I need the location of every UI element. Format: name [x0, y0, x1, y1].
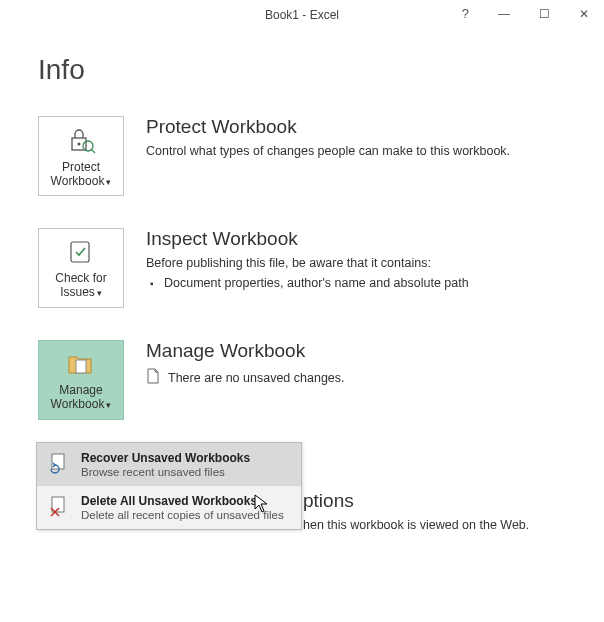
- svg-rect-4: [71, 242, 89, 262]
- lock-icon: [66, 126, 96, 154]
- help-button[interactable]: ?: [462, 6, 469, 21]
- check-icon: [66, 239, 96, 265]
- page-title: Info: [38, 54, 604, 86]
- protect-heading: Protect Workbook: [146, 116, 584, 138]
- maximize-button[interactable]: ☐: [524, 0, 564, 28]
- browser-heading-fragment: ptions: [303, 490, 354, 512]
- recover-title: Recover Unsaved Workbooks: [81, 451, 250, 465]
- chevron-down-icon: ▾: [106, 177, 111, 187]
- check-button-label: Check for Issues▾: [41, 271, 121, 300]
- inspect-desc: Before publishing this file, be aware th…: [146, 256, 584, 270]
- recover-icon: [47, 451, 71, 475]
- protect-workbook-button[interactable]: Protect Workbook▾: [38, 116, 124, 196]
- minimize-button[interactable]: —: [484, 0, 524, 28]
- cursor-icon: [254, 494, 270, 518]
- document-icon: [146, 368, 160, 387]
- chevron-down-icon: ▾: [97, 288, 102, 298]
- manage-heading: Manage Workbook: [146, 340, 584, 362]
- manage-text: Manage Workbook There are no unsaved cha…: [146, 340, 584, 420]
- chevron-down-icon: ▾: [106, 400, 111, 410]
- manage-status: There are no unsaved changes.: [146, 368, 584, 387]
- svg-rect-5: [76, 360, 86, 373]
- svg-line-3: [91, 149, 95, 153]
- recover-sub: Browse recent unsaved files: [81, 466, 250, 478]
- inspect-heading: Inspect Workbook: [146, 228, 584, 250]
- section-protect: Protect Workbook▾ Protect Workbook Contr…: [0, 98, 604, 210]
- section-manage: Manage Workbook▾ Manage Workbook There a…: [0, 322, 604, 434]
- inspect-bullet: Document properties, author's name and a…: [164, 276, 584, 290]
- manage-status-text: There are no unsaved changes.: [168, 371, 345, 385]
- menu-recover-unsaved[interactable]: Recover Unsaved Workbooks Browse recent …: [37, 443, 301, 486]
- window-title: Book1 - Excel: [265, 8, 339, 22]
- menu-item-text: Recover Unsaved Workbooks Browse recent …: [81, 451, 250, 478]
- manage-workbook-button[interactable]: Manage Workbook▾: [38, 340, 124, 420]
- manage-button-label: Manage Workbook▾: [41, 383, 121, 412]
- svg-point-1: [78, 142, 81, 145]
- window-controls: — ☐ ✕: [484, 0, 604, 28]
- inspect-text: Inspect Workbook Before publishing this …: [146, 228, 584, 308]
- protect-desc: Control what types of changes people can…: [146, 144, 584, 158]
- check-issues-button[interactable]: Check for Issues▾: [38, 228, 124, 308]
- browser-desc-fragment: hen this workbook is viewed on the Web.: [303, 518, 529, 532]
- protect-button-label: Protect Workbook▾: [41, 160, 121, 189]
- delete-icon: [47, 494, 71, 518]
- protect-text: Protect Workbook Control what types of c…: [146, 116, 584, 196]
- close-button[interactable]: ✕: [564, 0, 604, 28]
- titlebar: Book1 - Excel ? — ☐ ✕: [0, 0, 604, 30]
- folder-file-icon: [66, 351, 96, 377]
- section-inspect: Check for Issues▾ Inspect Workbook Befor…: [0, 210, 604, 322]
